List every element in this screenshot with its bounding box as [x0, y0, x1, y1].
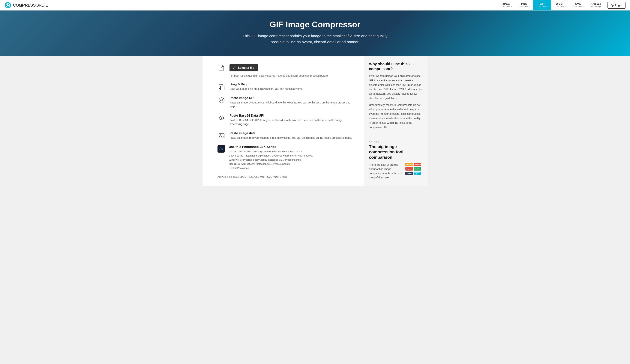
hero-description: This GIF image compressor shrinks your i… — [240, 33, 390, 45]
article-label: Article — [369, 140, 422, 143]
nav-item-jpeg[interactable]: JPEG Compressor — [497, 0, 515, 10]
right-panel: Why should I use this GIF compressor? If… — [364, 56, 428, 186]
article-logos: Optimizilla JPEGmini Compressor ShortPix… — [406, 163, 422, 180]
feature-paste-base64: Paste Base64 Data URI Paste a Base64 Dat… — [218, 114, 355, 126]
why-paragraph-1: If you want to upload your animated or s… — [369, 74, 422, 101]
logo-row-2: Compressor ShortPixel — [406, 167, 422, 170]
login-button[interactable]: Login — [608, 2, 626, 8]
nav-item-png[interactable]: PNG Compressor — [515, 0, 533, 10]
compressor-logo: Compressor — [406, 167, 413, 170]
svg-rect-9 — [219, 134, 224, 138]
paste-image-icon — [218, 132, 226, 140]
article-section: Article The big image compression tool c… — [364, 135, 428, 185]
upload-section: Select a file — [218, 64, 355, 72]
feature-photoshop: Ps Use this Photoshop JSX-Script Use the… — [218, 145, 355, 170]
logo-row-1: Optimizilla JPEGmini — [406, 163, 422, 166]
upload-file-icon — [218, 64, 225, 72]
logo-text: COMPRESSORDIE — [13, 3, 48, 8]
paste-base64-icon — [218, 114, 226, 122]
feature-paste-image: Paste image data Paste an image from you… — [218, 132, 355, 140]
svg-rect-7 — [220, 86, 224, 90]
feature-paste-url: Paste image URL Paste an image URL from … — [218, 96, 355, 108]
main-content: Select a file For best results use high … — [202, 56, 428, 186]
article-content: There are a lot of articles about online… — [369, 163, 422, 180]
photoshop-icon: Ps — [218, 145, 225, 152]
svg-point-3 — [612, 5, 613, 6]
article-title: The big image compression tool compariso… — [369, 144, 422, 160]
fingerprint-icon — [611, 4, 614, 7]
photoshop-steps: Use the script to send an image from Pho… — [229, 150, 313, 170]
feature-paste-base64-content: Paste Base64 Data URI Paste a Base64 Dat… — [230, 114, 355, 126]
article-text: There are a lot of articles about online… — [369, 163, 403, 180]
allowed-formats: Allowed file formats: JPEG, PNG, GIF, We… — [218, 176, 355, 178]
why-title: Why should I use this GIF compressor? — [369, 62, 422, 71]
upload-icon-wrap — [218, 64, 226, 72]
shortpixel-logo: ShortPixel — [414, 167, 421, 170]
paste-url-icon — [218, 96, 226, 104]
feature-paste-url-content: Paste image URL Paste an image URL from … — [230, 96, 355, 108]
nav-item-webp[interactable]: WEBP Compressor — [551, 0, 569, 10]
feature-drag-drop-content: Drag & Drop Drag your image file onto th… — [230, 82, 303, 91]
upload-hint: For best results use high quality source… — [230, 74, 355, 77]
feature-drag-drop: Drag & Drop Drag your image file onto th… — [218, 82, 355, 91]
hero-section: GIF Image Compressor This GIF image comp… — [0, 10, 630, 56]
logo-icon — [4, 2, 11, 8]
jpegmini-logo: JPEGmini — [414, 163, 421, 166]
upload-icon — [233, 66, 236, 69]
drag-drop-icon — [218, 82, 226, 91]
kraken-logo: Kraken — [406, 172, 413, 175]
main-nav: JPEG Compressor PNG Compressor GIF Compr… — [497, 0, 604, 10]
why-paragraph-2: Unfortunately, most GIF compressors do n… — [369, 103, 422, 130]
select-file-button[interactable]: Select a file — [230, 64, 258, 72]
hero-title: GIF Image Compressor — [4, 20, 626, 29]
nav-item-gif[interactable]: GIF Compressor — [533, 0, 551, 10]
optimizilla-logo: Optimizilla — [406, 163, 413, 166]
why-section: Why should I use this GIF compressor? If… — [364, 56, 428, 135]
left-panel: Select a file For best results use high … — [202, 56, 364, 186]
nav-item-analyze[interactable]: Analyze your image — [587, 0, 604, 10]
nav-item-svg[interactable]: SVG Compressor — [569, 0, 587, 10]
svg-point-10 — [220, 134, 221, 136]
header: COMPRESSORDIE JPEG Compressor PNG Compre… — [0, 0, 630, 10]
compressordie-logo: Compress-Or-Die — [414, 172, 421, 175]
logo-row-3: Kraken Compress-Or-Die — [406, 172, 422, 175]
logo[interactable]: COMPRESSORDIE — [4, 2, 48, 8]
feature-photoshop-content: Use this Photoshop JSX-Script Use the sc… — [229, 145, 313, 170]
feature-paste-image-content: Paste image data Paste an image from you… — [230, 132, 352, 140]
